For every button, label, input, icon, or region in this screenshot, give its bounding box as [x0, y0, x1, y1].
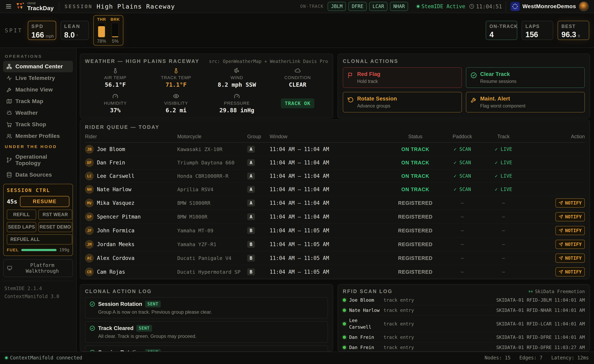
sidebar-item-data-sources[interactable]: Data Sources — [3, 169, 73, 181]
sidebar-item-operational-topology[interactable]: Operational Topology — [3, 151, 73, 169]
action-maint-alert[interactable]: Maint. Alert Flag worst component — [466, 92, 585, 113]
rider-status: REGISTERED — [390, 269, 441, 275]
rider-motorcycle: Aprilia RSV4 — [177, 187, 247, 192]
sidebar-item-track-shop[interactable]: Track Shop — [3, 119, 73, 130]
action-clear-track[interactable]: Clear Track Resume sessions — [466, 67, 585, 88]
thermometer-icon — [173, 67, 179, 74]
weather-cell-value: 71.1°F — [166, 81, 187, 88]
seed-laps-button[interactable]: SEED LAPS — [7, 222, 36, 232]
notify-button[interactable]: NOTIFY — [555, 240, 585, 249]
sent-badge: SENT — [145, 301, 161, 307]
on-track-badges: JBLMDFRELCARNHAR — [328, 2, 408, 11]
action-log-entry: Session Rotation SENT Group A is now on … — [85, 297, 328, 318]
sidebar-item-member-profiles[interactable]: Member Profiles — [3, 130, 73, 142]
sidebar-item-weather[interactable]: Weather — [3, 107, 73, 119]
ticker-label: SPIT — [5, 27, 23, 33]
sidebar-item-live-telemetry[interactable]: Live Telemetry — [3, 72, 73, 84]
rider-queue-panel: RIDER QUEUE — TODAY RiderMotorcycleGroup… — [80, 119, 590, 279]
rider-row-mika-vasquez[interactable]: MVMika Vasquez BMW S1000RR A 11:04 AM — … — [85, 196, 585, 210]
refuel-all-button[interactable]: REFUEL ALL — [7, 234, 72, 245]
send-icon — [559, 228, 563, 233]
paddock-status: — — [441, 269, 484, 275]
sent-badge: SENT — [145, 349, 161, 352]
stemide-status: StemIDE Active — [417, 3, 465, 9]
weather-cell-wind: WIND 8.2 mph SSW — [206, 67, 267, 88]
rider-name: Joe Bloom — [97, 146, 125, 152]
stat-value: 156 — [526, 30, 538, 39]
brand-superscript: clonal — [27, 2, 54, 5]
rider-row-jordan-meeks[interactable]: JMJordan Meeks Yamaha YZF-R1 B 11:04 AM … — [85, 238, 585, 251]
session-timer: 45s — [7, 198, 17, 205]
rst-wear-button[interactable]: RST WEAR — [38, 210, 72, 220]
gauge-bar — [112, 23, 119, 37]
action-red-flag[interactable]: Red Flag Hold track — [343, 67, 462, 88]
branch-icon — [6, 157, 12, 163]
fuel-bar — [21, 249, 57, 251]
throttle-brake-gauges: THR 78% BRK 5% — [93, 15, 123, 46]
column-header-action: Action — [523, 134, 585, 139]
rider-row-john-formica[interactable]: JFJohn Formica Yamaha MT-09 B 11:04 AM —… — [85, 224, 585, 238]
weather-cell-track-temp: TRACK TEMP 71.1°F — [146, 67, 206, 88]
stat-card-laps: LAPS 156 — [522, 21, 553, 40]
sidebar-section-title: UNDER THE HOOD — [5, 144, 71, 149]
scan-event: track entry — [384, 335, 414, 340]
paddock-status: — — [441, 242, 484, 247]
top-bar: clonal TrackDay SESSION High Plains Race… — [0, 0, 594, 13]
reset-demo-button[interactable]: RESET DEMO — [38, 222, 72, 232]
rider-avatar: SP — [85, 212, 94, 221]
sidebar: OPERATIONS Command Center Live Telemetry… — [0, 48, 77, 352]
sidebar-item-track-map[interactable]: Track Map — [3, 95, 73, 107]
rider-avatar: JB — [85, 145, 94, 154]
rider-row-lee-carswell[interactable]: LCLee Carswell Honda CBR1000RR-R A 11:04… — [85, 169, 585, 183]
sidebar-item-command-center[interactable]: Command Center — [3, 61, 73, 72]
send-icon — [559, 256, 563, 260]
user-avatar[interactable] — [579, 1, 589, 11]
refill-button[interactable]: REFILL — [7, 210, 36, 220]
group-badge: B — [247, 269, 255, 275]
rfid-scan-row: Joe Bloom track entry SKIDATA-01 RFID-JB… — [343, 295, 585, 305]
rider-queue-header: RiderMotorcycleGroupWindowStatusPaddockT… — [85, 134, 585, 143]
rider-row-nate-harlow[interactable]: NHNate Harlow Aprilia RSV4 A 11:04 AM — … — [85, 183, 585, 196]
rider-row-dan-frein[interactable]: DFDan Frein Triumph Daytona 660 A 11:04 … — [85, 156, 585, 169]
rider-name: Spencer Pitman — [97, 214, 141, 220]
weather-cell-value: CLEAR — [289, 81, 306, 88]
rfid-scan-row: Nate Harlow track entry SKIDATA-01 RFID-… — [343, 305, 585, 315]
send-icon — [559, 270, 563, 274]
notify-button[interactable]: NOTIFY — [555, 253, 585, 263]
menu-icon[interactable] — [5, 3, 12, 10]
telemetry-card-unit: ° — [76, 34, 78, 39]
notify-button[interactable]: NOTIFY — [555, 226, 585, 235]
notify-button[interactable]: NOTIFY — [555, 199, 585, 208]
on-track-badge-dfre[interactable]: DFRE — [348, 2, 367, 11]
action-subtitle: Flag worst component — [480, 103, 526, 109]
rider-row-joe-bloom[interactable]: JBJoe Bloom Kawasaki ZX-10R A 11:04 AM —… — [85, 143, 585, 156]
weather-panel: WEATHER — HIGH PLAINS RACEWAY src: OpenW… — [80, 53, 333, 119]
paddock-status: ✓ SCAN — [441, 160, 484, 165]
action-title: Maint. Alert — [480, 96, 526, 102]
rider-window: 11:04 AM — 11:04 AM — [270, 160, 390, 165]
action-rotate-session[interactable]: Rotate Session Advance groups — [343, 92, 462, 113]
divider — [59, 3, 59, 10]
column-header-track: Track — [484, 134, 523, 139]
notify-button[interactable]: NOTIFY — [555, 212, 585, 221]
on-track-badge-jblm[interactable]: JBLM — [328, 2, 346, 11]
platform-walkthrough-button[interactable]: Platform Walkthrough — [3, 259, 73, 277]
rider-name: Jordan Meeks — [97, 241, 135, 247]
weather-cell-label: HUMIDITY — [104, 101, 127, 106]
notify-button[interactable]: NOTIFY — [555, 267, 585, 277]
weather-cell-label: PRESSURE — [224, 101, 250, 106]
paddock-status: ✓ SCAN — [441, 146, 484, 152]
group-badge: B — [247, 255, 255, 262]
database-icon — [6, 172, 12, 178]
on-track-badge-nhar[interactable]: NHAR — [390, 2, 408, 11]
sidebar-item-machine-view[interactable]: Machine View — [3, 84, 73, 95]
resume-button[interactable]: RESUME — [20, 196, 69, 207]
scan-rider-name: Dan Frein — [349, 334, 380, 340]
rider-row-cam-rojas[interactable]: CRCam Rojas Ducati Hypermotard SP B 11:0… — [85, 265, 585, 279]
session-title: High Plains Raceway — [96, 3, 175, 10]
rider-row-spencer-pitman[interactable]: SPSpencer Pitman BMW M1000R A 11:04 AM —… — [85, 210, 585, 224]
on-track-badge-lcar[interactable]: LCAR — [369, 2, 388, 11]
rider-row-alex-cordova[interactable]: ACAlex Cordova Ducati Panigale V4 B 11:0… — [85, 251, 585, 265]
paddock-status: — — [441, 255, 484, 261]
rider-name: Mika Vasquez — [97, 200, 135, 206]
